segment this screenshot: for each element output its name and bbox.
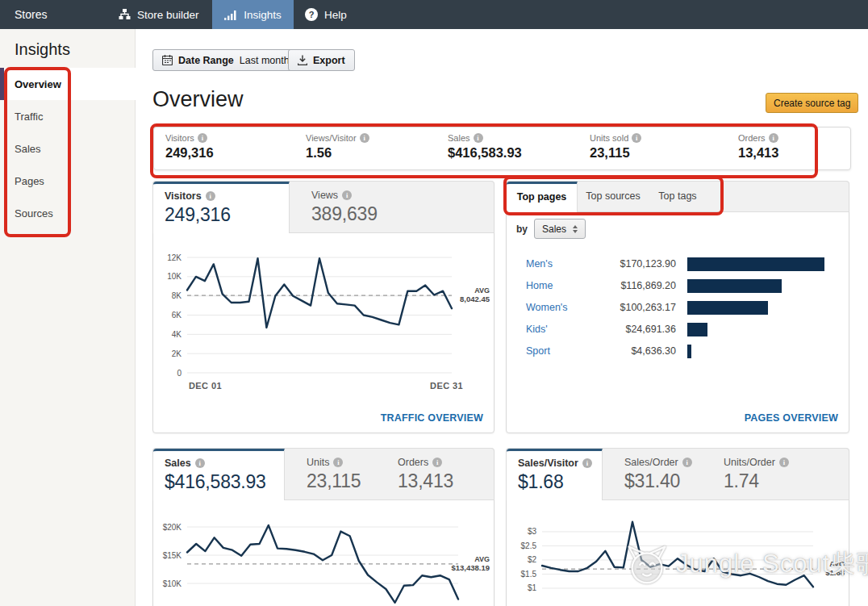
kpi-summary-card: Visitors 249,316 Views/Visitor 1.56 Sale… [153, 127, 851, 170]
svg-text:6K: 6K [172, 311, 182, 320]
top-pages-card: Top pages Top sources Top tags by Sales … [506, 181, 849, 433]
create-source-tag-button[interactable]: Create source tag [766, 93, 858, 113]
info-icon[interactable] [582, 458, 592, 468]
page-sales-value: $4,636.30 [579, 345, 676, 357]
info-icon[interactable] [342, 190, 352, 200]
help-icon [305, 8, 318, 21]
svg-text:$10K: $10K [163, 579, 182, 588]
sidebar: Insights Overview Traffic Sales Pages So… [0, 29, 136, 606]
kpi-label: Views/Visitor [306, 133, 357, 143]
page-sales-value: $116,869.20 [579, 280, 676, 291]
calendar-icon [162, 55, 173, 65]
tab-label: Views [311, 190, 338, 201]
sidebar-menu: Overview Traffic Sales Pages Sources [0, 68, 135, 229]
svg-text:12K: 12K [167, 253, 182, 262]
traffic-line-chart: 02K4K6K8K10K12KAVG8,042.45 [153, 240, 495, 385]
svg-text:8K: 8K [172, 291, 182, 300]
sales-bar [687, 257, 824, 271]
sales-bar [687, 345, 691, 358]
nav-help-label: Help [324, 9, 347, 21]
svg-text:$15K: $15K [163, 551, 182, 560]
sort-arrows-icon [573, 225, 578, 233]
sort-select[interactable]: Sales [534, 219, 586, 239]
page-link[interactable]: Home [526, 280, 553, 291]
tab-views[interactable]: Views 389,639 [300, 182, 445, 232]
svg-text:$2.5: $2.5 [521, 541, 537, 550]
info-icon[interactable] [432, 458, 442, 467]
tab-top-tags[interactable]: Top tags [649, 182, 707, 212]
x-axis-start-label: DEC 01 [189, 381, 222, 391]
by-label: by [516, 224, 528, 235]
pages-overview-link[interactable]: PAGES OVERVIEW [745, 412, 838, 424]
info-icon[interactable] [206, 191, 215, 201]
sidebar-item-sources[interactable]: Sources [0, 197, 135, 229]
tab-top-sources[interactable]: Top sources [578, 182, 649, 212]
tab-value: 249,316 [165, 204, 289, 226]
tab-value: 23,115 [307, 470, 376, 492]
date-range-label: Date Range [178, 55, 234, 66]
sidebar-title: Insights [15, 40, 70, 59]
info-icon[interactable] [769, 133, 778, 143]
sidebar-item-label: Sources [15, 207, 53, 219]
nav-store-builder[interactable]: Store builder [119, 0, 199, 29]
page-link[interactable]: Kids' [526, 324, 548, 335]
sidebar-item-label: Overview [15, 78, 61, 90]
top-nav: Stores Store builder Insights Help [0, 0, 868, 29]
svg-text:AVG: AVG [474, 286, 490, 295]
kpi-label: Sales [448, 133, 470, 143]
kpi-label: Orders [738, 133, 766, 143]
tab-label: Sales/Visitor [518, 458, 578, 469]
tab-units[interactable]: Units 23,115 [295, 449, 376, 499]
sales-bar [687, 323, 707, 336]
sidebar-item-overview[interactable]: Overview [0, 68, 136, 100]
svg-text:$1.5: $1.5 [521, 570, 537, 579]
export-button[interactable]: Export [288, 49, 355, 71]
sort-by-row: by Sales [516, 219, 586, 239]
tab-label: Orders [398, 457, 428, 468]
tab-units-order[interactable]: Units/Order 1.74 [712, 449, 817, 499]
sidebar-item-traffic[interactable]: Traffic [0, 100, 135, 132]
tab-visitors[interactable]: Visitors 249,316 [153, 182, 290, 233]
svg-text:$20K: $20K [163, 523, 182, 532]
tab-label: Visitors [165, 190, 202, 202]
kpi-label: Units sold [590, 133, 628, 143]
info-icon[interactable] [632, 133, 641, 143]
tab-sales-visitor[interactable]: Sales/Visitor $1.68 [507, 449, 603, 500]
tab-label: Units [307, 457, 329, 468]
page-link[interactable]: Men's [526, 258, 553, 270]
info-icon[interactable] [682, 458, 692, 467]
tab-sales-order[interactable]: Sales/Order $31.40 [613, 449, 702, 499]
page-row-kids: Kids' $24,691.36 [507, 323, 849, 337]
nav-stores[interactable]: Stores [15, 0, 47, 29]
sidebar-item-sales[interactable]: Sales [0, 132, 135, 165]
tab-top-pages[interactable]: Top pages [507, 182, 578, 212]
info-icon[interactable] [360, 133, 369, 143]
nav-insights[interactable]: Insights [212, 0, 294, 29]
sales-bar [687, 301, 768, 315]
page-link[interactable]: Sport [526, 345, 550, 357]
app-screen: Stores Store builder Insights Help Insig… [0, 0, 868, 606]
sidebar-item-label: Sales [15, 143, 41, 155]
sidebar-item-label: Traffic [15, 111, 43, 123]
info-icon[interactable] [195, 458, 205, 468]
nav-help[interactable]: Help [305, 0, 347, 29]
page-link[interactable]: Women's [526, 302, 567, 313]
tab-orders[interactable]: Orders 13,413 [386, 449, 483, 499]
info-icon[interactable] [198, 133, 207, 143]
kpi-label: Visitors [165, 133, 194, 143]
tab-value: $416,583.93 [165, 471, 284, 493]
page-row-sport: Sport $4,636.30 [507, 345, 849, 359]
store-builder-icon [119, 9, 131, 20]
date-range-button[interactable]: Date Range Last month [152, 49, 299, 71]
svg-text:0: 0 [177, 369, 182, 378]
tab-sales[interactable]: Sales $416,583.93 [153, 449, 285, 500]
info-icon[interactable] [333, 458, 343, 467]
traffic-overview-link[interactable]: TRAFFIC OVERVIEW [381, 412, 483, 424]
svg-text:10K: 10K [167, 272, 182, 281]
info-icon[interactable] [779, 458, 789, 467]
tab-label: Sales [165, 458, 191, 469]
kpi-orders: Orders 13,413 [738, 133, 778, 161]
info-icon[interactable] [474, 133, 483, 143]
date-range-value: Last month [240, 55, 290, 66]
sidebar-item-pages[interactable]: Pages [0, 165, 135, 197]
